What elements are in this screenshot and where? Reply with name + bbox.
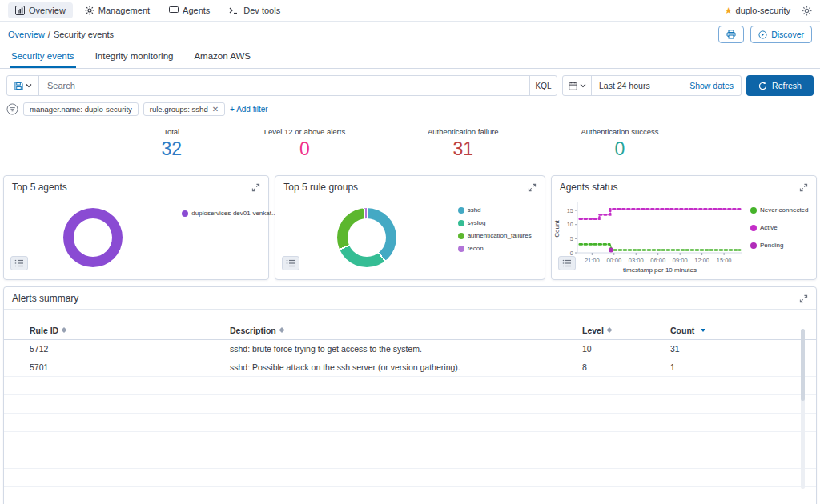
saved-queries-button[interactable] [7, 76, 39, 95]
star-icon: ★ [725, 6, 733, 16]
stat-label: Level 12 or above alerts [264, 127, 345, 136]
stat-level-12-alerts: Level 12 or above alerts 0 [264, 127, 345, 169]
panel-header: Top 5 agents [4, 176, 268, 198]
nav-item-dev-tools[interactable]: Dev tools [222, 2, 287, 18]
stat-value: 0 [581, 138, 658, 160]
inspect-data-button[interactable] [282, 256, 299, 270]
legend-item[interactable]: sshd [458, 206, 545, 214]
table-row[interactable]: 5712 sshd: brute force trying to get acc… [4, 340, 816, 358]
filter-pill-manager-name[interactable]: manager.name: duplo-security [23, 102, 139, 116]
filter-icon[interactable] [6, 103, 18, 115]
add-filter-button[interactable]: + Add filter [230, 105, 268, 114]
nav-item-agents[interactable]: Agents [162, 2, 217, 18]
table-row[interactable]: 5701 sshd: Possible attack on the ssh se… [4, 358, 816, 377]
top-bar-right: ★ duplo-security [725, 6, 812, 16]
legend-item[interactable]: syslog [458, 219, 545, 226]
calendar-icon [569, 82, 577, 90]
column-label: Description [230, 326, 276, 335]
inspect-data-button[interactable] [10, 256, 28, 270]
chevron-down-icon [26, 83, 32, 88]
stat-label: Authentication failure [428, 127, 499, 136]
table-row-empty [4, 450, 816, 469]
legend-dot [182, 210, 188, 217]
show-dates-button[interactable]: Show dates [682, 76, 741, 95]
table-empty-rows [4, 377, 816, 504]
kql-toggle[interactable]: KQL [529, 76, 557, 95]
alerts-table-body: Rule ID Description Level Count 5712 [4, 310, 816, 504]
donut-chart-wrap [275, 198, 457, 275]
legend-dot [750, 207, 757, 214]
console-icon [229, 6, 239, 15]
refresh-button[interactable]: Refresh [746, 75, 814, 96]
nav-item-management[interactable]: Management [78, 2, 157, 18]
legend-label: Active [760, 224, 778, 231]
time-range-value[interactable]: Last 24 hours [592, 76, 682, 95]
legend-item[interactable]: Pending [750, 242, 816, 249]
save-icon [14, 82, 23, 90]
donut-chart-wrap [4, 198, 182, 275]
expand-icon[interactable] [799, 183, 808, 192]
gear-icon [85, 6, 94, 15]
index-pattern-selector[interactable]: ★ duplo-security [725, 6, 790, 16]
refresh-icon [758, 82, 767, 90]
nav-item-overview[interactable]: Overview [8, 2, 73, 18]
svg-text:15:00: 15:00 [716, 257, 731, 264]
stat-value: 31 [428, 138, 499, 160]
stat-label: Total [161, 127, 182, 136]
expand-icon[interactable] [251, 183, 260, 192]
column-header-description[interactable]: Description [230, 326, 582, 335]
panel-body: 05101521:0000:0003:0006:0009:0012:0015:0… [552, 198, 816, 275]
discover-button[interactable]: Discover [750, 26, 812, 43]
legend-item[interactable]: recon [458, 245, 545, 252]
stat-auth-success: Authentication success 0 [581, 127, 658, 169]
search-input[interactable] [39, 76, 529, 95]
chart-legend: sshd syslog authentication_failures reco… [458, 198, 545, 275]
top-agents-donut[interactable] [63, 208, 123, 267]
filter-pill-rule-groups[interactable]: rule.groups: sshd ✕ [143, 102, 225, 116]
legend-item[interactable]: Active [750, 224, 816, 231]
table-row-empty [4, 487, 816, 504]
panel-header: Agents status [552, 176, 816, 198]
sort-icon [607, 327, 612, 333]
print-button[interactable] [718, 26, 744, 43]
tab-amazon-aws[interactable]: Amazon AWS [192, 47, 252, 68]
table-scrollbar[interactable] [801, 329, 805, 489]
agents-status-chart[interactable]: 05101521:0000:0003:0006:0009:0012:0015:0… [553, 198, 746, 275]
legend-item[interactable]: duploservices-dev01-venkat... [182, 210, 268, 217]
tab-integrity-monitoring[interactable]: Integrity monitoring [94, 47, 175, 68]
scrollbar-thumb[interactable] [801, 329, 805, 401]
search-row: KQL Last 24 hours Show dates Refresh [6, 75, 814, 96]
rule-groups-donut[interactable] [337, 208, 396, 267]
panel-alerts-summary: Alerts summary Rule ID Description Level [3, 286, 817, 504]
expand-icon[interactable] [528, 183, 537, 192]
cell-count: 31 [670, 344, 794, 354]
settings-gear-icon[interactable] [802, 6, 812, 16]
column-header-rule-id[interactable]: Rule ID [30, 326, 230, 335]
cell-rule-id: 5701 [30, 362, 230, 372]
column-header-level[interactable]: Level [582, 326, 670, 335]
breadcrumb-overview-link[interactable]: Overview [8, 30, 45, 39]
wazuh-dashboard: Overview Management Agents Dev tools ★ d… [0, 0, 820, 504]
calendar-button[interactable] [563, 76, 592, 95]
tab-security-events[interactable]: Security events [10, 47, 76, 68]
cell-description: sshd: brute force trying to get access t… [230, 344, 582, 354]
legend-dot [458, 220, 464, 226]
discover-label: Discover [771, 30, 804, 39]
panel-title: Alerts summary [12, 293, 78, 304]
legend-label: Never connected [760, 206, 808, 214]
inspect-data-button[interactable] [558, 256, 576, 270]
filter-bar: manager.name: duplo-security rule.groups… [6, 100, 814, 118]
svg-text:15: 15 [566, 207, 573, 214]
filter-pill-label: rule.groups: sshd [150, 105, 208, 114]
column-header-count[interactable]: Count [670, 326, 794, 335]
panel-top-5-agents: Top 5 agents duploservices-dev01-venkat.… [3, 175, 269, 280]
legend-item[interactable]: Never connected [750, 206, 816, 214]
panel-title: Top 5 agents [12, 182, 67, 193]
overview-icon [15, 6, 25, 15]
expand-icon[interactable] [799, 294, 808, 303]
legend-item[interactable]: authentication_failures [458, 232, 545, 239]
legend-dot [750, 225, 757, 231]
svg-text:00:00: 00:00 [606, 257, 621, 264]
svg-text:21:00: 21:00 [585, 257, 600, 264]
remove-filter-icon[interactable]: ✕ [212, 105, 219, 114]
